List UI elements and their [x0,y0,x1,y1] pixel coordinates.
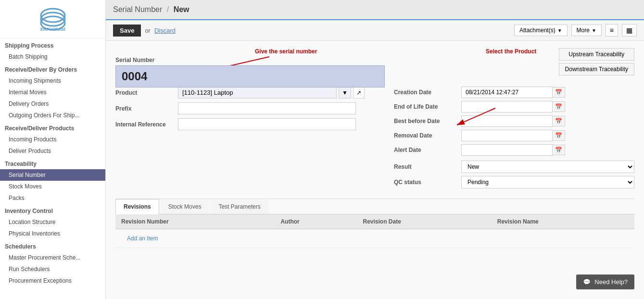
tab-stock-moves[interactable]: Stock Moves [160,199,210,214]
sidebar-item-stock-moves[interactable]: Stock Moves [0,181,105,192]
prefix-field-row: Prefix [115,102,379,114]
alert-date-label: Alert Date [394,147,461,153]
need-help-button[interactable]: 💬 Need Help? [576,274,634,289]
discard-button[interactable]: Discard [154,27,176,34]
alert-date-calendar-icon[interactable]: 📅 [553,145,565,155]
product-annotation: Select the Product [486,48,536,55]
tab-test-parameters[interactable]: Test Parameters [210,199,268,214]
two-column-form: Product ▼ ↗ Prefix Internal Reference [115,87,634,191]
tab-revisions[interactable]: Revisions [115,199,159,214]
revisions-table-body: Add an Item [115,229,634,248]
best-before-row: Best before Date 📅 [394,115,634,127]
internal-ref-input[interactable] [178,118,356,130]
alert-date-input-group: 📅 [461,144,565,156]
removal-date-input[interactable] [461,130,553,141]
tabs-container: Revisions Stock Moves Test Parameters Re… [115,199,634,248]
sidebar-item-procurement-exceptions[interactable]: Procurement Exceptions [0,275,105,287]
main-content: Serial Number / New Save or Discard Atta… [106,0,644,299]
qc-status-row: QC status Pending Approved Rejected [394,176,634,188]
end-of-life-input[interactable] [461,101,553,112]
removal-date-label: Removal Date [394,132,461,139]
sidebar-item-incoming-products[interactable]: Incoming Products [0,134,105,145]
sidebar-item-physical-inventories[interactable]: Physical Inventories [0,228,105,239]
sidebar-section-header: Schedulers [0,239,105,252]
qc-status-select[interactable]: Pending Approved Rejected [461,176,634,188]
best-before-input[interactable] [461,115,553,127]
attachments-caret: ▼ [557,28,562,33]
sidebar-item-location-structure[interactable]: Location Structure [0,216,105,228]
sidebar-section-header: Receive/Deliver By Orders [0,62,105,75]
sidebar-item-outgoing-orders-for-ship[interactable]: Outgoing Orders For Ship... [0,110,105,121]
sidebar-item-serial-number[interactable]: Serial Number [0,169,105,181]
tabs-header: Revisions Stock Moves Test Parameters [115,199,634,214]
sidebar: ERPinCloud Shipping ProcessBatch Shippin… [0,0,106,299]
creation-date-row: Creation Date 📅 [394,87,634,98]
save-button[interactable]: Save [113,25,141,37]
sidebar-section-header: Inventory Control [0,204,105,216]
revisions-table: Revision Number Author Revision Date Rev… [115,214,634,248]
serial-number-label: Serial Number [115,57,385,63]
result-row: Result New Good Bad [394,161,634,173]
revisions-table-header: Revision Number Author Revision Date Rev… [115,214,634,229]
serial-number-annotation: Give the serial number [255,48,317,55]
add-item-row: Add an Item [115,229,634,248]
or-label: or [145,27,151,34]
col-revision-date: Revision Date [357,214,492,229]
list-view-button[interactable]: ≡ [606,24,618,37]
sidebar-item-batch-shipping[interactable]: Batch Shipping [0,51,105,62]
creation-date-input-group: 📅 [461,87,565,98]
removal-date-input-group: 📅 [461,130,565,141]
internal-ref-label: Internal Reference [115,121,178,128]
sidebar-item-deliver-products[interactable]: Deliver Products [0,145,105,157]
more-button[interactable]: More ▼ [571,25,602,36]
prefix-label: Prefix [115,105,178,112]
more-caret: ▼ [592,28,596,33]
col-revision-name: Revision Name [492,214,634,229]
alert-date-row: Alert Date 📅 [394,144,634,156]
sidebar-item-incoming-shipments[interactable]: Incoming Shipments [0,75,105,87]
best-before-calendar-icon[interactable]: 📅 [553,116,565,126]
left-column: Product ▼ ↗ Prefix Internal Reference [115,87,379,191]
add-item-link[interactable]: Add an Item [121,232,164,245]
result-select[interactable]: New Good Bad [461,161,634,173]
sidebar-sections: Shipping ProcessBatch ShippingReceive/De… [0,38,105,287]
topbar: Serial Number / New [106,0,644,20]
creation-date-input[interactable] [461,87,553,98]
svg-point-0 [41,9,65,22]
sidebar-item-delivery-orders[interactable]: Delivery Orders [0,98,105,110]
end-of-life-label: End of Life Date [394,103,461,110]
attachments-button[interactable]: Attachment(s) ▼ [514,25,568,36]
attachments-label: Attachment(s) [519,27,556,34]
qc-status-label: QC status [394,179,461,186]
col-author: Author [275,214,357,229]
sidebar-item-master-procurement-sche[interactable]: Master Procurement Sche... [0,252,105,263]
form-area: Upstream Traceability Downstream Traceab… [106,41,644,299]
internal-ref-field-row: Internal Reference [115,118,379,130]
right-column: Creation Date 📅 End of Life Date 📅 [394,87,634,191]
svg-point-1 [41,12,65,26]
sidebar-item-run-schedulers[interactable]: Run Schedulers [0,263,105,275]
creation-date-label: Creation Date [394,89,461,96]
serial-number-input[interactable] [115,65,385,87]
end-of-life-calendar-icon[interactable]: 📅 [553,101,565,112]
app-logo: ERPinCloud [0,0,105,38]
sidebar-section-header: Shipping Process [0,38,105,51]
result-label: Result [394,163,461,170]
creation-date-calendar-icon[interactable]: 📅 [553,87,565,98]
need-help-icon: 💬 [583,278,591,286]
need-help-label: Need Help? [594,278,628,286]
sidebar-item-packs[interactable]: Packs [0,192,105,204]
sidebar-item-internal-moves[interactable]: Internal Moves [0,87,105,98]
grid-view-button[interactable]: ▦ [622,24,637,37]
breadcrumb-separator: / [167,5,169,13]
removal-date-calendar-icon[interactable]: 📅 [553,130,565,141]
svg-text:ERPinCloud: ERPinCloud [40,27,65,32]
best-before-label: Best before Date [394,118,461,125]
end-of-life-input-group: 📅 [461,101,565,112]
alert-date-input[interactable] [461,144,553,156]
sidebar-section-header: Receive/Deliver Products [0,121,105,134]
breadcrumb: Serial Number / New [113,5,189,14]
toolbar: Save or Discard Attachment(s) ▼ More ▼ ≡… [106,20,644,41]
prefix-input[interactable] [178,102,356,114]
more-label: More [577,27,590,34]
